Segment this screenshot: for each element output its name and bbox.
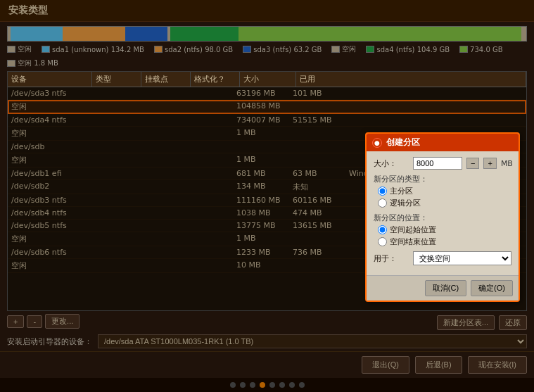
type-primary-radio[interactable] [378,186,387,196]
type-section: 新分区的类型： 主分区 逻辑分区 [374,174,511,208]
size-row: 大小： − + MB [374,157,511,170]
location-label: 新分区的位置： [374,213,511,223]
use-select[interactable]: 交换空间ext4日志文件系统ext3日志文件系统ext2文件系统btrfs日志文… [413,251,511,265]
ok-button[interactable]: 确定(O) [471,280,513,296]
size-increase-button[interactable]: + [483,158,496,169]
use-label: 用于： [374,253,409,264]
type-radio-group: 主分区 逻辑分区 [378,186,511,208]
location-start-text: 空间起始位置 [390,225,436,235]
cancel-button[interactable]: 取消(C) [425,280,466,296]
size-input[interactable] [413,157,462,170]
col-used: 已用 [296,72,526,87]
type-label: 新分区的类型： [374,174,511,184]
table-header: 设备 类型 挂载点 格式化？ 大小 已用 [8,72,526,87]
dialog-title-bar: ● 创建分区 [367,134,519,151]
dialog-body: 大小： − + MB 新分区的类型： 主分区 [367,151,519,275]
create-partition-dialog: ● 创建分区 大小： − + MB 新分区的类型： [365,132,520,302]
col-mount: 挂载点 [141,72,191,87]
use-row: 用于： 交换空间ext4日志文件系统ext3日志文件系统ext2文件系统btrf… [374,251,511,265]
location-end-text: 空间结束位置 [390,236,436,247]
col-type: 类型 [92,72,141,87]
location-end-radio[interactable] [378,237,387,246]
col-size: 大小 [240,72,296,87]
dialog-overlay: ● 创建分区 大小： − + MB 新分区的类型： [0,0,534,392]
location-start-label[interactable]: 空间起始位置 [378,225,511,235]
type-logical-radio[interactable] [378,198,387,208]
size-label: 大小： [374,158,409,169]
type-logical-text: 逻辑分区 [390,198,421,208]
type-primary-text: 主分区 [390,186,413,196]
size-decrease-button[interactable]: − [466,158,479,169]
col-device: 设备 [8,72,92,87]
main-screen: 安装类型 空闲sda1 (unknown) 134.2 MBsda2 (ntfs… [0,0,534,392]
dialog-title: 创建分区 [386,137,420,148]
location-start-radio[interactable] [378,225,387,234]
location-end-label[interactable]: 空间结束位置 [378,236,511,247]
type-logical-label[interactable]: 逻辑分区 [378,198,511,208]
type-primary-label[interactable]: 主分区 [378,186,511,196]
location-radio-group: 空间起始位置 空间结束位置 [378,225,511,247]
size-unit: MB [501,159,513,168]
dialog-close-button[interactable]: ● [372,138,382,148]
col-format: 格式化？ [191,72,240,87]
location-section: 新分区的位置： 空间起始位置 空间结束位置 [374,213,511,247]
dialog-buttons: 取消(C) 确定(O) [367,275,519,301]
